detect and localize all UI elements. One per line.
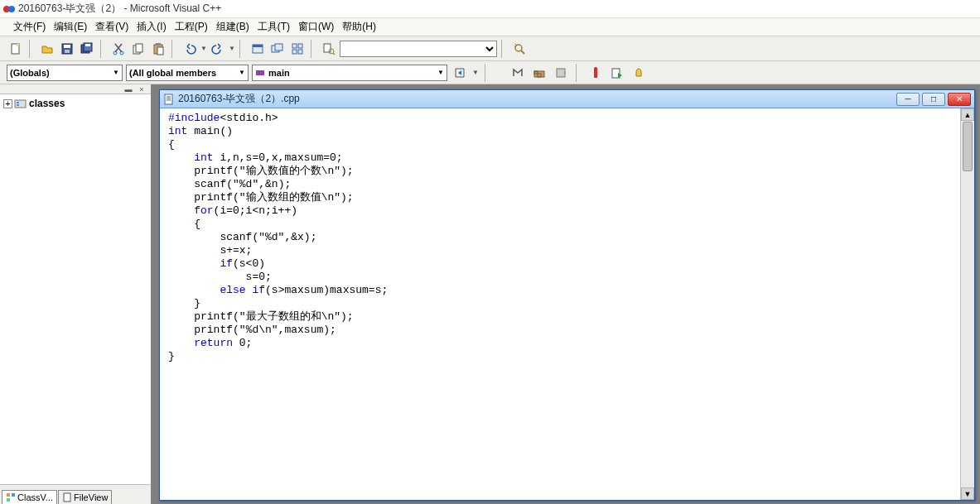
editor-titlebar[interactable]: 20160763-毕文强（2）.cpp ─ □ ✕	[160, 90, 974, 108]
sidebar-header: ▬ ×	[0, 84, 151, 94]
svg-rect-40	[17, 104, 19, 106]
find-combo[interactable]	[340, 41, 497, 57]
dropdown-arrow-icon[interactable]: ▼	[200, 45, 207, 52]
svg-rect-24	[298, 50, 302, 54]
tab-fileview-label: FileView	[74, 492, 108, 502]
sidebar-close-icon[interactable]: ×	[136, 85, 147, 94]
find-in-files-icon[interactable]	[320, 40, 338, 58]
menu-file[interactable]: 文件(F)	[10, 18, 49, 36]
toolbar-separator	[311, 40, 316, 58]
scope-value: (Globals)	[10, 68, 50, 78]
fileview-icon	[62, 492, 72, 502]
svg-rect-34	[557, 69, 565, 77]
svg-rect-9	[85, 44, 90, 46]
menu-view[interactable]: 查看(V)	[92, 18, 132, 36]
window-titlebar: 20160763-毕文强（2） - Microsoft Visual C++	[0, 0, 980, 18]
members-combo[interactable]: (All global members▼	[126, 65, 249, 81]
svg-rect-30	[256, 70, 264, 75]
toolbar-separator	[501, 40, 506, 58]
goto-icon[interactable]	[451, 64, 469, 82]
svg-rect-20	[275, 44, 282, 50]
class-tree[interactable]: + classes	[0, 94, 151, 484]
menubar: 文件(F) 编辑(E) 查看(V) 插入(I) 工程(P) 组建(B) 工具(T…	[0, 18, 980, 36]
toolbar-separator	[485, 64, 490, 82]
scroll-down-icon[interactable]: ▼	[961, 487, 974, 500]
breakpoint-hand-icon[interactable]	[630, 64, 648, 82]
copy-icon[interactable]	[129, 40, 147, 58]
tab-classview[interactable]: ClassV...	[2, 490, 57, 504]
document-icon	[163, 94, 175, 105]
dropdown-arrow-icon[interactable]: ▼	[472, 69, 479, 76]
tab-fileview[interactable]: FileView	[58, 490, 112, 504]
tree-expand-icon[interactable]: +	[3, 99, 12, 108]
menu-insert[interactable]: 插入(I)	[133, 18, 169, 36]
menu-edit[interactable]: 编辑(E)	[51, 18, 90, 36]
window-list-icon[interactable]	[268, 40, 287, 58]
stop-build-icon[interactable]	[552, 64, 570, 82]
tree-root-label: classes	[29, 98, 65, 109]
sidebar: ▬ × + classes ClassV... FileView	[0, 84, 152, 504]
toolbar-separator	[29, 40, 34, 58]
svg-rect-18	[253, 45, 263, 47]
standard-toolbar: ▼ ▼	[0, 36, 980, 61]
classview-icon	[6, 492, 16, 502]
redo-icon[interactable]	[209, 40, 227, 58]
wizbar-toolbar: (Globals)▼ (All global members▼ main ▼ ▼	[0, 61, 980, 84]
cut-icon[interactable]	[109, 40, 128, 58]
undo-icon[interactable]	[181, 40, 199, 58]
tile-icon[interactable]	[288, 40, 307, 58]
svg-rect-42	[12, 493, 15, 497]
toolbar-separator	[576, 64, 581, 82]
menu-build[interactable]: 组建(B)	[213, 18, 253, 36]
scroll-up-icon[interactable]: ▲	[961, 108, 974, 121]
vertical-scrollbar[interactable]: ▲ ▼	[960, 108, 974, 500]
menu-help[interactable]: 帮助(H)	[339, 18, 379, 36]
go-icon[interactable]	[608, 64, 626, 82]
menu-project[interactable]: 工程(P)	[171, 18, 211, 36]
save-icon[interactable]	[58, 40, 76, 58]
save-all-icon[interactable]	[78, 40, 96, 58]
window-title: 20160763-毕文强（2） - Microsoft Visual C++	[18, 2, 221, 16]
editor-window: 20160763-毕文强（2）.cpp ─ □ ✕ #include<stdio…	[159, 89, 975, 501]
new-file-icon[interactable]	[7, 40, 25, 58]
function-icon	[255, 68, 265, 78]
open-icon[interactable]	[38, 40, 56, 58]
app-icon	[3, 3, 15, 15]
classes-folder-icon	[14, 98, 27, 109]
close-button[interactable]: ✕	[948, 93, 971, 106]
scope-combo[interactable]: (Globals)▼	[7, 65, 123, 81]
editor-title: 20160763-毕文强（2）.cpp	[178, 92, 896, 106]
svg-point-1	[8, 6, 15, 12]
compile-icon[interactable]	[509, 64, 527, 82]
paste-icon[interactable]	[149, 40, 167, 58]
svg-point-36	[594, 67, 597, 70]
sidebar-pin-icon[interactable]: ▬	[123, 85, 134, 94]
svg-rect-5	[64, 45, 70, 48]
toolbar-separator	[171, 40, 176, 58]
workspace-icon[interactable]	[249, 40, 267, 58]
menu-window[interactable]: 窗口(W)	[295, 18, 337, 36]
svg-rect-41	[7, 493, 10, 497]
toolbar-separator	[100, 40, 105, 58]
svg-rect-38	[15, 100, 26, 108]
dropdown-arrow-icon[interactable]: ▼	[229, 45, 235, 52]
svg-rect-16	[157, 47, 163, 55]
execute-icon[interactable]	[587, 64, 605, 82]
svg-rect-13	[136, 44, 142, 52]
menu-tools[interactable]: 工具(T)	[254, 18, 293, 36]
tab-classview-label: ClassV...	[17, 492, 53, 502]
build-icon[interactable]	[530, 64, 548, 82]
svg-rect-15	[156, 43, 161, 46]
svg-line-29	[521, 50, 524, 54]
function-value: main	[268, 68, 290, 78]
minimize-button[interactable]: ─	[896, 93, 920, 106]
svg-rect-22	[298, 44, 302, 48]
tree-root-row[interactable]: + classes	[3, 98, 147, 109]
svg-rect-21	[292, 44, 297, 48]
code-editor[interactable]: #include<stdio.h> int main() { int i,n,s…	[160, 108, 960, 500]
function-combo[interactable]: main ▼	[252, 65, 447, 81]
find-icon[interactable]	[510, 40, 529, 58]
scroll-thumb[interactable]	[963, 122, 973, 171]
maximize-button[interactable]: □	[922, 93, 945, 106]
window-controls: ─ □ ✕	[896, 93, 971, 106]
